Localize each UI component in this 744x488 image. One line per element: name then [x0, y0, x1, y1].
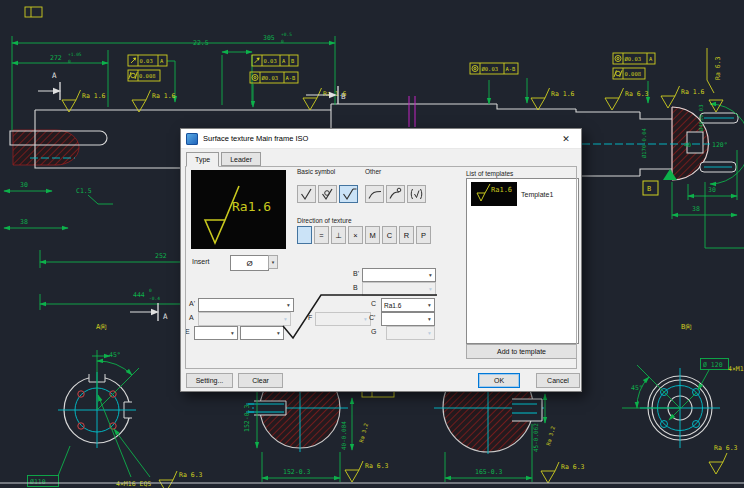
ra32-label: Ra 3.2: [545, 426, 556, 447]
dim-30-left: 30: [20, 181, 28, 189]
fcf-texts: 0.03 A 0.008 0.03 A B Ø0.03 A-B Ø0.03 A-…: [139, 56, 653, 81]
dim-152-bottom: 152-0.3: [283, 468, 310, 476]
ra32-label: Ra 3.2: [358, 423, 369, 444]
ra16-label: Ra 1.6: [152, 92, 176, 100]
dim-38-right: 38: [692, 205, 700, 213]
section-b-top: B: [341, 92, 346, 101]
fcf4-value: Ø0.03: [262, 75, 279, 81]
fcf1-datum: A: [160, 58, 164, 64]
dim-40-key: 40-0.084: [340, 421, 347, 450]
dialog-title-bar[interactable]: Surface texture Main frame ISO ✕: [181, 129, 581, 149]
dialog-title: Surface texture Main frame ISO: [203, 134, 308, 143]
dim-444: 444: [133, 291, 145, 299]
dim-152-vert: 152-0.3: [243, 405, 251, 432]
dim-305: 305: [263, 34, 275, 42]
view-a-label: A向: [96, 323, 107, 331]
fcf7-value: 0.008: [625, 71, 642, 77]
fcf6-value: Ø0.03: [625, 56, 642, 62]
dim-30-right: 30: [708, 186, 716, 194]
view-b-label: B向: [681, 323, 692, 331]
tab-type[interactable]: Type: [186, 152, 219, 167]
bolt-note-left: 4×M16 EQS: [116, 480, 151, 488]
dim-444-tol-dn: -0.4: [149, 296, 160, 301]
ra63-label: Ra 6.3: [179, 471, 203, 479]
angle-45-right: 45°: [631, 384, 643, 392]
fcf5-value: Ø0.03: [482, 66, 499, 72]
dim-305-tol-up: +0.5: [281, 32, 292, 37]
dim-305-tol-dn: 0: [281, 39, 284, 44]
section-a-bottom: A: [163, 312, 168, 321]
dim-272-tol-up: +1.05: [68, 52, 82, 57]
fcf6-datum: A: [649, 56, 653, 62]
chamfer-c15: C1.5: [76, 187, 92, 195]
dim-38-left: 38: [20, 218, 28, 226]
ra63-label: Ra 6.3: [365, 462, 389, 470]
dia-110: Ø110: [30, 478, 46, 486]
dim-252: 252: [155, 252, 167, 260]
ra16-label: Ra 1.6: [551, 90, 575, 98]
fcf5-datum: A-B: [506, 66, 517, 72]
dim-40: 40: [684, 141, 692, 148]
setting-button[interactable]: Setting...: [186, 373, 233, 388]
app-icon: [186, 133, 198, 145]
dim-165-bottom: 165-0.3: [475, 468, 502, 476]
datum-b-letter: B: [647, 185, 651, 193]
dia-170-right: Ø170-0.04: [641, 128, 647, 158]
dia-40-end: Ø40±0.03: [698, 105, 704, 132]
dim-272: 272: [50, 54, 62, 62]
dim-272-tol-dn: 0: [68, 59, 71, 64]
ra63-label: Ra 6.3: [714, 444, 738, 452]
dia-120: Ø 120: [703, 361, 723, 369]
ra63-label: Ra 6.3: [625, 90, 649, 98]
bolt-note-right: 4×M16 EQS: [728, 365, 744, 373]
section-a-top: A: [52, 71, 57, 80]
clear-button[interactable]: Clear: [238, 373, 283, 388]
fcf3-datum-b: B: [291, 58, 295, 64]
angle-45-left: 45°: [109, 351, 121, 359]
ra16-label: Ra 1.6: [681, 88, 705, 96]
cad-workspace: 305 +0.5 0 272 +1.05 0 22.5 252 444 0 -0…: [0, 0, 744, 488]
tab-leader[interactable]: Leader: [221, 152, 261, 166]
ra16-label: Ra 1.6: [82, 92, 106, 100]
dim-45-key: 45-0.062: [532, 423, 539, 452]
ra63-label: Ra 6.3: [714, 56, 722, 80]
fcf2-value: 0.008: [139, 73, 156, 79]
cancel-button[interactable]: Cancel: [536, 373, 580, 388]
tab-strip: Type Leader: [186, 152, 263, 166]
ok-button[interactable]: OK: [478, 373, 520, 388]
surface-texture-dialog: Surface texture Main frame ISO ✕ Type Le…: [180, 128, 582, 392]
close-icon[interactable]: ✕: [551, 129, 581, 148]
fcf3-value: 0.03: [264, 58, 277, 64]
tab-page-frame: [185, 166, 577, 369]
angle-120: 120°: [712, 141, 728, 149]
break-lines: [409, 96, 415, 127]
ra63-label: Ra 6.3: [561, 463, 585, 471]
dim-444-tol-up: 0: [149, 288, 152, 293]
fcf4-datum: A-B: [286, 75, 297, 81]
fcf3-datum-a: A: [282, 58, 286, 64]
dim-22-5: 22.5: [193, 39, 209, 47]
fcf1-value: 0.03: [140, 58, 153, 64]
